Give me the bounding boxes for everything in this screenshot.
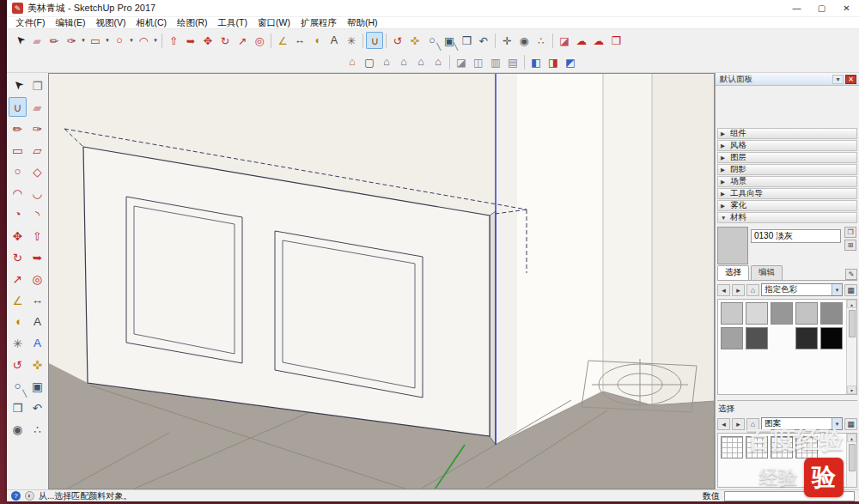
circle-tool-dropdown-icon[interactable]: ▾ xyxy=(128,37,135,44)
walk-tool-icon[interactable]: ∴ xyxy=(533,32,550,49)
material-swatch[interactable] xyxy=(721,302,743,325)
arc-tool-icon[interactable]: ◠ xyxy=(9,183,27,203)
rotate-tool-icon[interactable]: ↻ xyxy=(216,32,234,49)
three-point-arc-tool-icon[interactable]: ◝ xyxy=(28,204,46,224)
scrollbar-thumb[interactable] xyxy=(849,310,856,337)
material-name-field[interactable] xyxy=(751,229,841,243)
make-component-icon[interactable]: ❐ xyxy=(28,76,46,95)
paint-bucket-icon[interactable]: ∪ xyxy=(9,97,27,117)
material-swatch[interactable] xyxy=(820,327,843,349)
protractor-tool-icon[interactable]: ◖ xyxy=(308,32,326,49)
line-tool-icon[interactable]: ✏ xyxy=(9,118,27,138)
arc-tool-icon[interactable]: ◠ xyxy=(135,32,152,49)
move-tool-icon[interactable]: ✥ xyxy=(9,226,27,246)
material-swatch[interactable] xyxy=(746,302,768,325)
in-model-icon[interactable]: ⌂ xyxy=(746,418,759,430)
tray-options-icon[interactable]: ▾ xyxy=(832,75,844,84)
walk-tool-icon[interactable]: ∴ xyxy=(28,419,46,439)
material-swatch[interactable] xyxy=(795,327,818,349)
chevron-down-icon[interactable]: ▾ xyxy=(832,418,842,429)
scroll-up-icon[interactable]: ▴ xyxy=(847,434,856,442)
two-point-arc-tool-icon[interactable]: ◡ xyxy=(28,183,46,203)
sample-paint-icon[interactable]: ✎ xyxy=(845,269,857,280)
menu-item-6[interactable]: 窗口(W) xyxy=(253,17,295,29)
rotate-tool-icon[interactable]: ↻ xyxy=(9,247,27,267)
tray-section-7[interactable]: ▼材料 xyxy=(717,212,857,223)
right-view-icon[interactable]: ⌂ xyxy=(395,53,412,70)
tab-select[interactable]: 选择 xyxy=(717,265,749,280)
line-tool-icon[interactable]: ✏ xyxy=(46,32,63,49)
forward-icon[interactable]: ▸ xyxy=(732,284,745,296)
position-camera-icon[interactable]: ✛ xyxy=(498,32,515,49)
chevron-down-icon[interactable]: ▾ xyxy=(832,284,842,295)
freehand-tool-dropdown-icon[interactable]: ▾ xyxy=(80,37,87,44)
pie-tool-icon[interactable]: ◔ xyxy=(9,204,27,224)
back-edges-icon[interactable]: ◨ xyxy=(545,53,562,70)
pan-tool-icon[interactable]: ✜ xyxy=(406,32,423,49)
tray-section-3[interactable]: ▶阴影 xyxy=(717,164,857,175)
view-options-icon[interactable]: ▦ xyxy=(844,418,857,430)
collection-dropdown[interactable]: 指定色彩 ▾ xyxy=(761,283,843,296)
text-tool-icon[interactable]: A xyxy=(28,312,46,331)
help-icon[interactable]: ? xyxy=(11,491,21,501)
material-swatch[interactable] xyxy=(746,327,768,349)
extension-warehouse-icon[interactable]: ❒ xyxy=(607,32,624,49)
secondary-pane-icon[interactable]: ❐ xyxy=(844,227,856,238)
section-cut-toggle-icon[interactable]: ▥ xyxy=(487,53,504,70)
back-view-icon[interactable]: ⌂ xyxy=(412,53,430,70)
section-display-toggle-icon[interactable]: ◫ xyxy=(470,53,487,70)
tray-section-1[interactable]: ▶风格 xyxy=(717,140,857,151)
measurements-input[interactable] xyxy=(724,491,855,501)
back-icon[interactable]: ◂ xyxy=(717,284,730,296)
scroll-up-icon[interactable]: ▴ xyxy=(847,300,856,308)
menu-item-7[interactable]: 扩展程序 xyxy=(295,17,342,29)
eraser-tool-icon[interactable]: ▰ xyxy=(28,97,46,117)
axes-tool-icon[interactable]: ✳ xyxy=(343,32,360,49)
paint-bucket-icon[interactable]: ∪ xyxy=(366,32,383,49)
tray-section-0[interactable]: ▶组件 xyxy=(717,128,857,139)
tray-section-6[interactable]: ▶雾化 xyxy=(717,200,857,211)
rectangle-tool-dropdown-icon[interactable]: ▾ xyxy=(104,37,111,44)
iso-view-icon[interactable]: ⌂ xyxy=(344,53,361,70)
eraser-tool-icon[interactable]: ▰ xyxy=(28,32,46,49)
share-model-icon[interactable]: ☁ xyxy=(590,32,607,49)
3d-text-tool-icon[interactable]: A xyxy=(28,333,46,353)
tray-close-icon[interactable]: ✕ xyxy=(845,75,856,84)
geolocation-icon[interactable]: ◐ xyxy=(25,491,34,501)
look-around-icon[interactable]: ◉ xyxy=(9,419,27,439)
rotated-rectangle-tool-icon[interactable]: ▱ xyxy=(28,140,46,160)
menu-item-0[interactable]: 文件(F) xyxy=(10,17,50,29)
model-viewport[interactable] xyxy=(48,73,715,489)
dimension-tool-icon[interactable]: ↔ xyxy=(291,32,308,49)
section-fill-toggle-icon[interactable]: ▤ xyxy=(504,53,521,70)
offset-tool-icon[interactable]: ◎ xyxy=(28,269,46,288)
3d-warehouse-icon[interactable]: ☁ xyxy=(573,32,590,49)
tray-section-5[interactable]: ▶工具向导 xyxy=(717,188,857,199)
minimize-button[interactable]: — xyxy=(784,0,809,17)
pattern-swatch[interactable] xyxy=(721,436,743,458)
pattern-collection-dropdown[interactable]: 图案 ▾ xyxy=(761,417,843,430)
offset-tool-icon[interactable]: ◎ xyxy=(251,32,268,49)
orbit-tool-icon[interactable]: ↺ xyxy=(389,32,406,49)
push-pull-tool-icon[interactable]: ⇧ xyxy=(165,32,182,49)
arc-tool-dropdown-icon[interactable]: ▾ xyxy=(152,37,159,44)
material-swatch[interactable] xyxy=(771,302,793,325)
front-view-icon[interactable]: ⌂ xyxy=(378,53,395,70)
circle-tool-icon[interactable]: ○ xyxy=(9,161,27,181)
cabinet-side-face[interactable] xyxy=(490,211,496,445)
rectangle-tool-icon[interactable]: ▭ xyxy=(87,32,104,49)
menu-item-3[interactable]: 相机(C) xyxy=(131,17,172,29)
pattern-swatch[interactable] xyxy=(746,436,768,458)
material-swatch[interactable] xyxy=(721,327,743,349)
zoom-tool-icon[interactable]: ○ xyxy=(423,32,441,49)
scale-tool-icon[interactable]: ↗ xyxy=(234,32,251,49)
create-material-icon[interactable]: ⊞ xyxy=(844,240,856,251)
axes-cube-icon[interactable]: ◩ xyxy=(562,53,579,70)
look-around-icon[interactable]: ◉ xyxy=(515,32,533,49)
material-swatch[interactable] xyxy=(795,302,818,325)
freehand-tool-icon[interactable]: ✑ xyxy=(63,32,80,49)
follow-me-tool-icon[interactable]: ➥ xyxy=(28,247,46,267)
menu-item-8[interactable]: 帮助(H) xyxy=(342,17,383,29)
view-options-icon[interactable]: ▦ xyxy=(844,284,857,296)
material-swatch[interactable] xyxy=(820,302,843,325)
